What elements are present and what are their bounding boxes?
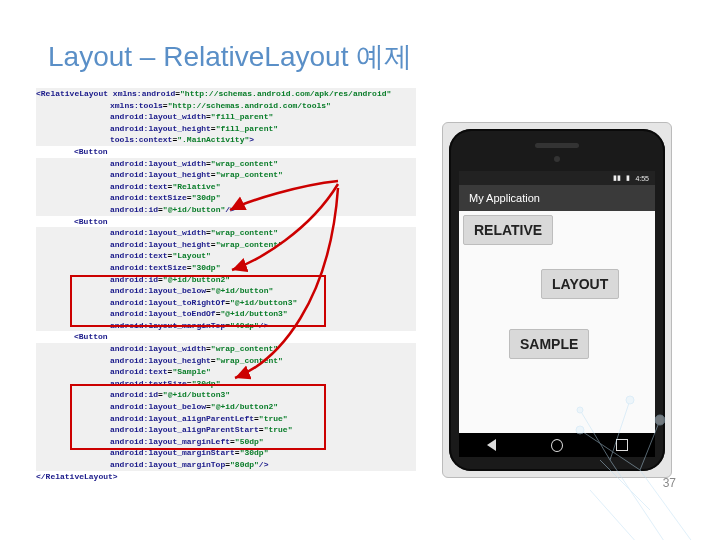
phone-body: ▮▮ ▮ 4:55 My Application RELATIVE LAYOUT… — [449, 129, 665, 471]
clock: 4:55 — [635, 175, 649, 182]
app-title: My Application — [469, 192, 540, 204]
nav-back-icon[interactable] — [486, 439, 498, 451]
button-sample[interactable]: SAMPLE — [509, 329, 589, 359]
app-content: RELATIVE LAYOUT SAMPLE — [459, 211, 655, 433]
button-layout[interactable]: LAYOUT — [541, 269, 619, 299]
camera-icon — [554, 156, 560, 162]
title-main: RelativeLayout 예제 — [163, 41, 412, 72]
nav-recent-icon[interactable] — [616, 439, 628, 451]
code-panel: <RelativeLayout xmlns:android="http://sc… — [36, 88, 416, 512]
app-bar: My Application — [459, 185, 655, 211]
title-prefix: Layout – — [48, 41, 163, 72]
button-relative[interactable]: RELATIVE — [463, 215, 553, 245]
signal-icon: ▮▮ — [613, 174, 621, 182]
battery-icon: ▮ — [626, 174, 630, 182]
slide-title: Layout – RelativeLayout 예제 — [48, 38, 412, 76]
status-bar: ▮▮ ▮ 4:55 — [459, 171, 655, 185]
slide: Layout – RelativeLayout 예제 id <RelativeL… — [0, 0, 720, 540]
phone-screen: ▮▮ ▮ 4:55 My Application RELATIVE LAYOUT… — [459, 171, 655, 457]
phone-frame: ▮▮ ▮ 4:55 My Application RELATIVE LAYOUT… — [442, 122, 672, 478]
page-number: 37 — [663, 476, 676, 490]
nav-home-icon[interactable] — [551, 439, 563, 451]
speaker-icon — [535, 143, 579, 148]
nav-bar — [459, 433, 655, 457]
